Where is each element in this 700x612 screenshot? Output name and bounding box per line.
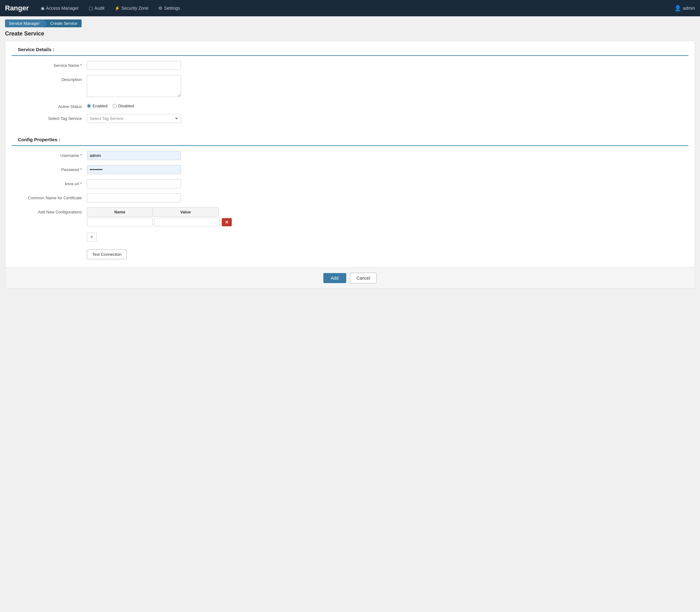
create-service-card: Service Details : Service Name * Descrip… <box>5 41 695 289</box>
config-properties-header: Config Properties : <box>12 131 688 146</box>
password-input[interactable] <box>87 165 181 174</box>
config-table: Name Value ✕ + <box>87 207 232 241</box>
nav-audit[interactable]: ▢ Audit <box>84 3 109 13</box>
brand-logo[interactable]: Ranger <box>5 4 29 12</box>
enabled-radio-item[interactable]: Enabled <box>87 103 108 108</box>
config-properties-form: Username * Password * knox.url * Common … <box>5 146 695 262</box>
description-input[interactable] <box>87 75 181 97</box>
common-name-label: Common Name for Certificate <box>12 193 87 200</box>
active-status-radio-group: Enabled Disabled <box>87 102 134 108</box>
password-group: Password * <box>12 165 688 174</box>
config-name-input[interactable] <box>87 218 153 226</box>
select-tag-service-label: Select Tag Service <box>12 114 87 121</box>
description-group: Description <box>12 75 688 97</box>
knox-url-label: knox.url * <box>12 179 87 186</box>
nav-settings-label: Settings <box>164 6 180 11</box>
nav-settings[interactable]: ⚙ Settings <box>154 3 184 13</box>
active-status-label: Active Status <box>12 102 87 109</box>
test-connection-container: Test Connection <box>12 246 688 259</box>
gear-icon: ⚙ <box>158 6 162 11</box>
service-name-label: Service Name * <box>12 61 87 68</box>
navbar: Ranger ◉ Access Manager ▢ Audit ⚡ Securi… <box>0 0 700 16</box>
nav-access-manager[interactable]: ◉ Access Manager <box>37 3 83 13</box>
user-icon: 👤 <box>674 5 681 12</box>
nav-audit-label: Audit <box>95 6 104 11</box>
service-name-group: Service Name * <box>12 61 688 70</box>
config-col-value-header: Value <box>153 207 218 217</box>
disabled-radio[interactable] <box>113 104 117 108</box>
config-value-input[interactable] <box>154 218 220 226</box>
cancel-button[interactable]: Cancel <box>350 273 377 283</box>
username-group: Username * <box>12 151 688 160</box>
breadcrumb: Service Manager Create Service <box>0 16 700 30</box>
description-label: Description <box>12 75 87 82</box>
disabled-radio-item[interactable]: Disabled <box>113 103 134 108</box>
page-title: Create Service <box>0 30 700 41</box>
add-row-container: + <box>87 230 232 241</box>
nav-menu: ◉ Access Manager ▢ Audit ⚡ Security Zone… <box>37 3 674 13</box>
navbar-username: admin <box>683 6 695 11</box>
knox-url-group: knox.url * <box>12 179 688 188</box>
file-icon: ▢ <box>89 6 93 11</box>
common-name-input[interactable] <box>87 193 181 203</box>
nav-access-manager-label: Access Manager <box>46 6 79 11</box>
service-details-header: Service Details : <box>12 41 688 56</box>
config-row: ✕ <box>87 218 232 226</box>
nav-security-zone-label: Security Zone <box>122 6 148 11</box>
service-details-form: Service Name * Description Active Status… <box>5 56 695 131</box>
test-connection-button[interactable]: Test Connection <box>87 250 127 259</box>
config-remove-button[interactable]: ✕ <box>222 218 232 226</box>
add-new-config-label: Add New Configurations <box>12 207 87 214</box>
add-row-button[interactable]: + <box>87 233 97 241</box>
password-label: Password * <box>12 165 87 172</box>
username-input[interactable] <box>87 151 181 160</box>
config-col-name-header: Name <box>87 207 153 217</box>
card-footer: Add Cancel <box>5 267 695 289</box>
disabled-label: Disabled <box>118 103 134 108</box>
add-new-config-group: Add New Configurations Name Value ✕ + <box>12 207 688 241</box>
shield-icon: ◉ <box>41 6 44 11</box>
breadcrumb-service-manager[interactable]: Service Manager <box>5 19 44 27</box>
select-tag-service-group: Select Tag Service Select Tag Service <box>12 114 688 123</box>
enabled-radio[interactable] <box>87 104 91 108</box>
common-name-group: Common Name for Certificate <box>12 193 688 203</box>
knox-url-input[interactable] <box>87 179 181 188</box>
config-table-header: Name Value <box>87 207 232 217</box>
add-button[interactable]: Add <box>323 273 346 283</box>
username-label: Username * <box>12 151 87 158</box>
main-content: Service Details : Service Name * Descrip… <box>5 41 695 289</box>
breadcrumb-create-service[interactable]: Create Service <box>44 19 82 27</box>
service-name-input[interactable] <box>87 61 181 70</box>
lightning-icon: ⚡ <box>114 6 120 11</box>
active-status-group: Active Status Enabled Disabled <box>12 102 688 109</box>
enabled-label: Enabled <box>92 103 108 108</box>
nav-security-zone[interactable]: ⚡ Security Zone <box>110 3 153 13</box>
select-tag-service-dropdown[interactable]: Select Tag Service <box>87 114 181 123</box>
navbar-user: 👤 admin <box>674 5 695 12</box>
